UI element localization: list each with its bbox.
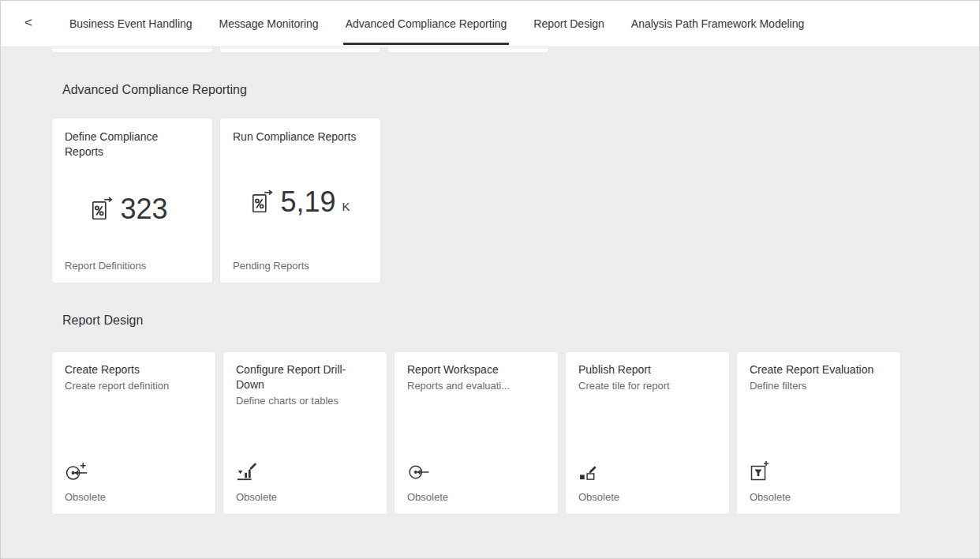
tiles-edit-icon [578, 456, 716, 482]
section-title-advanced-compliance-reporting: Advanced Compliance Reporting [62, 83, 979, 97]
tile-title: Define Compliance Reports [65, 129, 200, 159]
compliance-report-icon [90, 197, 114, 222]
anchor-tabs: Business Event Handling Message Monitori… [56, 1, 817, 47]
tile-create-report-evaluation[interactable]: Create Report Evaluation Define filters … [736, 351, 901, 515]
chart-edit-icon [236, 456, 374, 482]
tile-title: Create Reports [65, 362, 203, 377]
back-button[interactable]: < [15, 15, 45, 32]
tile-status: Obsolete [750, 491, 888, 503]
tile-title: Run Compliance Reports [233, 129, 368, 144]
tile-status: Obsolete [407, 491, 545, 503]
launchpad-page: < Business Event Handling Message Monito… [0, 0, 980, 559]
tile-subtitle: Define charts or tables [236, 395, 374, 408]
tile-subtitle: Create tile for report [578, 380, 716, 393]
kpi-value: 323 [120, 193, 167, 226]
tab-advanced-compliance-reporting[interactable]: Advanced Compliance Reporting [332, 1, 521, 47]
section-title-report-design: Report Design [62, 313, 979, 328]
tab-bar: < Business Event Handling Message Monito… [1, 1, 979, 47]
tile-group-report-design: Create Reports Create report definition [51, 351, 979, 515]
target-add-icon [65, 456, 203, 482]
tile-title: Create Report Evaluation [750, 362, 888, 377]
tab-business-event-handling[interactable]: Business Event Handling [56, 1, 206, 47]
filter-add-icon [750, 456, 888, 482]
tile-create-reports[interactable]: Create Reports Create report definition [51, 351, 216, 515]
partial-tile[interactable] [51, 47, 213, 53]
tab-message-monitoring[interactable]: Message Monitoring [206, 1, 332, 47]
tab-report-design[interactable]: Report Design [520, 1, 618, 47]
tile-configure-report-drill-down[interactable]: Configure Report Drill-Down Define chart… [223, 351, 387, 515]
tile-subtitle: Reports and evaluati... [407, 380, 545, 393]
tile-groups-area: Advanced Compliance Reporting Define Com… [1, 47, 979, 558]
tile-status: Obsolete [65, 491, 203, 503]
tile-title: Publish Report [578, 362, 716, 377]
partial-tile[interactable] [387, 47, 549, 53]
tile-footer: Report Definitions [65, 260, 200, 272]
tab-analysis-path-framework-modeling[interactable]: Analysis Path Framework Modeling [618, 1, 817, 47]
tile-status: Obsolete [236, 491, 374, 503]
compliance-report-icon [250, 189, 274, 215]
tile-report-workspace[interactable]: Report Workspace Reports and evaluati...… [394, 351, 559, 515]
tile-define-compliance-reports[interactable]: Define Compliance Reports [51, 118, 213, 283]
tile-subtitle: Create report definition [65, 380, 203, 393]
tile-group-advanced-compliance-reporting: Define Compliance Reports [51, 118, 979, 283]
partial-tile[interactable] [219, 47, 381, 53]
tile-run-compliance-reports[interactable]: Run Compliance Reports [219, 118, 381, 283]
tile-subtitle: Define filters [750, 380, 888, 393]
scrolled-tile-fragments [51, 47, 979, 53]
tile-title: Configure Report Drill-Down [236, 362, 374, 392]
kpi-value-area: 5,19 K [233, 144, 368, 260]
tile-footer: Pending Reports [233, 260, 368, 272]
tile-status: Obsolete [578, 491, 716, 503]
kpi-unit: K [342, 200, 350, 213]
tile-publish-report[interactable]: Publish Report Create tile for report Ob… [565, 351, 730, 515]
kpi-value: 5,19 [280, 186, 335, 219]
kpi-value-area: 323 [65, 159, 200, 260]
tile-title: Report Workspace [407, 362, 545, 377]
target-icon [407, 456, 545, 482]
